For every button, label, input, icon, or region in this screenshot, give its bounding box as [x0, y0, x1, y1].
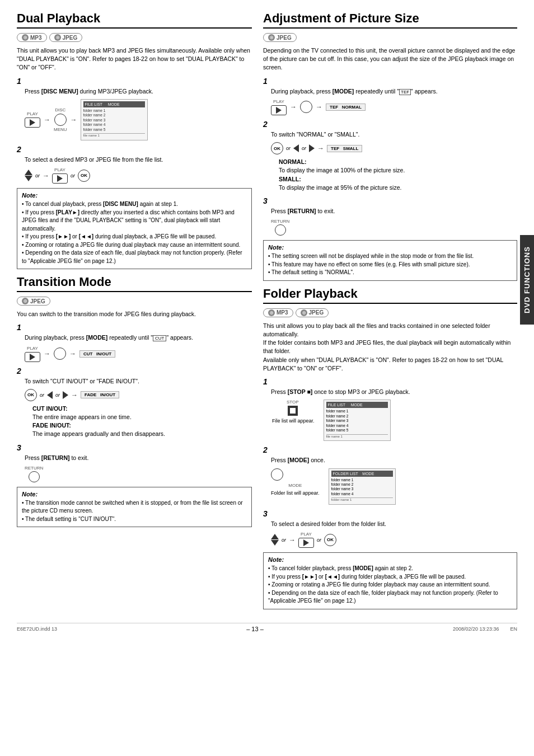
fade-label-screen: FADE IN/OUT: [81, 391, 119, 398]
dual-playback-step2: 2 To select a desired MP3 or JPEG file f…: [17, 145, 252, 184]
folder-body: This unit allows you to play back all th…: [263, 322, 517, 373]
right-column: Adjustment of Picture Size ◎ JPEG Depend…: [263, 11, 517, 614]
f-ok-btn: OK: [324, 534, 336, 546]
transition-body: You can switch to the transition mode fo…: [17, 310, 252, 318]
adj-left: [293, 144, 299, 152]
folder-mp3-icon: ◎: [268, 309, 275, 316]
folder-jpeg-badge: ◎ JPEG: [296, 308, 329, 317]
adjustment-title: Adjustment of Picture Size: [263, 11, 517, 29]
t-note-text: • The transition mode cannot be switched…: [22, 499, 247, 524]
adj-badges: ◎ JPEG: [263, 33, 517, 42]
folder-step1-screen: FILE LIST MODE folder name 1 folder name…: [324, 400, 391, 441]
note-text: • To cancel dual playback, press [DISC M…: [22, 200, 247, 265]
adj-step1-diagram: PLAY → → TEF NORMAL: [271, 99, 517, 115]
play-btn2: [52, 173, 68, 184]
transition-mode-title: Transition Mode: [17, 275, 252, 292]
folder-playback-title: Folder Playback: [263, 287, 517, 304]
adj-body: Depending on the TV connected to this un…: [263, 46, 517, 72]
step1-diagram: PLAY → DISC MENU → FILE LIST MODE: [25, 99, 252, 140]
jpeg-label2: JPEG: [30, 298, 45, 304]
jpeg-label: JPEG: [63, 35, 78, 41]
folder-step2-screen: FOLDER LIST MODE folder name 1 folder na…: [329, 468, 396, 505]
t-play-btn: [25, 352, 40, 362]
disc-menu-button: [54, 114, 67, 126]
adj-note-text: • The setting screen will not be display…: [268, 252, 512, 277]
adj-step1: 1 During playback, press [MODE] repeated…: [263, 77, 517, 115]
page-number: – 13 –: [246, 626, 264, 632]
f-up-down: [271, 534, 279, 546]
transition-step3: 3 Press [RETURN] to exit. RETURN: [17, 443, 252, 482]
note-title: Note:: [22, 192, 247, 199]
f-step3-diagram: or → PLAY or OK: [271, 532, 517, 548]
transition-note: Note: • The transition mode cannot be sw…: [17, 487, 252, 528]
transition-step1: 1 During playback, press [MODE] repeated…: [17, 323, 252, 361]
transition-mode-section: Transition Mode ◎ JPEG You can switch to…: [17, 275, 252, 527]
normal-screen: TEF NORMAL: [326, 104, 366, 111]
folder-playback-section: Folder Playback ◎ MP3 ◎ JPEG This unit a…: [263, 287, 517, 609]
t-mode-btn: [54, 348, 66, 360]
mp3-label: MP3: [30, 35, 42, 41]
t-step3-diagram: RETURN: [25, 466, 252, 482]
f-step1-diagram: STOP File list will appear. FILE LIST MO…: [271, 400, 517, 441]
dual-playback-title: Dual Playback: [17, 11, 252, 29]
left-column: Dual Playback ◎ MP3 ◎ JPEG This unit all…: [17, 11, 252, 614]
adj-note: Note: • The setting screen will not be d…: [263, 240, 517, 281]
adj-cd-icon: ◎: [268, 34, 275, 41]
folder-badges: ◎ MP3 ◎ JPEG: [263, 308, 517, 317]
small-screen: TEF SMALL: [327, 145, 362, 152]
dvd-tab-label: DVD FUNCTIONS: [523, 246, 531, 313]
folder-note: Note: • To cancel folder playback, press…: [263, 552, 517, 609]
t-left-arrow: [47, 391, 53, 399]
adjustment-section: Adjustment of Picture Size ◎ JPEG Depend…: [263, 11, 517, 281]
folder-jpeg-label: JPEG: [309, 309, 324, 316]
t-note-title: Note:: [22, 491, 247, 497]
footer: E6E72UD.indd 13 – 13 – 2008/02/20 13:23:…: [17, 623, 517, 632]
dual-playback-step1: 1 Press [DISC MENU] during MP3/JPEG play…: [17, 77, 252, 140]
t-ok-btn: OK: [25, 389, 37, 401]
f-step2-diagram: MODE Folder list will appear. FOLDER LIS…: [271, 468, 517, 505]
adj-right: [309, 144, 315, 152]
folder-note-text: • To cancel folder playback, press [MODE…: [268, 565, 512, 605]
jpeg-badge2: ◎ JPEG: [17, 297, 50, 306]
step1-screen: FILE LIST MODE folder name 1 folder name…: [81, 99, 148, 140]
adj-jpeg-badge: ◎ JPEG: [263, 33, 297, 42]
page: DVD FUNCTIONS Dual Playback ◎ MP3 ◎ JPEG…: [0, 0, 534, 756]
folder-step1: 1 Press [STOP ■] once to stop MP3 or JPE…: [263, 377, 517, 441]
folder-mp3-label: MP3: [277, 309, 288, 316]
dual-playback-body: This unit allows you to play back MP3 an…: [17, 46, 252, 72]
adj-return-btn: [275, 224, 286, 236]
adj-jpeg-label: JPEG: [277, 35, 292, 41]
step2-diagram: or → PLAY or OK: [25, 167, 252, 184]
adj-play-btn: [271, 105, 287, 115]
t-step1-diagram: PLAY → → CUT IN/OUT: [25, 346, 252, 362]
folder-jpeg-icon: ◎: [301, 309, 307, 316]
footer-date: 2008/02/20 13:23:36: [453, 626, 499, 632]
return-btn: [29, 471, 40, 482]
adj-step3-diagram: RETURN: [271, 219, 517, 236]
jpeg-cd-icon: ◎: [54, 34, 61, 41]
dual-playback-note: Note: • To cancel dual playback, press […: [17, 188, 252, 269]
adj-step3: 3 Press [RETURN] to exit. RETURN: [263, 196, 517, 236]
t-right-arrow: [63, 391, 68, 399]
ok-button: OK: [78, 170, 90, 182]
adj-step2-diagram: OK or or → TEF SMALL: [271, 142, 517, 154]
up-down-arrows: [25, 170, 32, 181]
dual-playback-badges: ◎ MP3 ◎ JPEG: [17, 33, 252, 42]
adj-note-title: Note:: [268, 244, 512, 251]
file-info: E6E72UD.indd 13: [17, 626, 57, 632]
play-button: [25, 118, 40, 128]
adj-step2: 2 To switch "NORMAL" or "SMALL". OK or o…: [263, 120, 517, 192]
folder-step3: 3 To select a desired folder from the fo…: [263, 509, 517, 548]
transition-step2: 2 To switch "CUT IN/OUT" or "FADE IN/OUT…: [17, 367, 252, 439]
cut-label-screen: CUT IN/OUT: [79, 350, 115, 358]
adj-ok-btn: OK: [271, 142, 283, 154]
transition-badges: ◎ JPEG: [17, 297, 252, 306]
cd-icon: ◎: [22, 34, 29, 41]
dvd-functions-tab: DVD FUNCTIONS: [520, 235, 534, 325]
folder-note-title: Note:: [268, 556, 512, 563]
stop-btn: [288, 406, 298, 416]
adj-mode-btn: [300, 101, 312, 113]
footer-en: EN: [510, 626, 517, 632]
folder-step2: 2 Press [MODE] once. MODE Folder list wi…: [263, 445, 517, 505]
dual-playback-section: Dual Playback ◎ MP3 ◎ JPEG This unit all…: [17, 11, 252, 269]
